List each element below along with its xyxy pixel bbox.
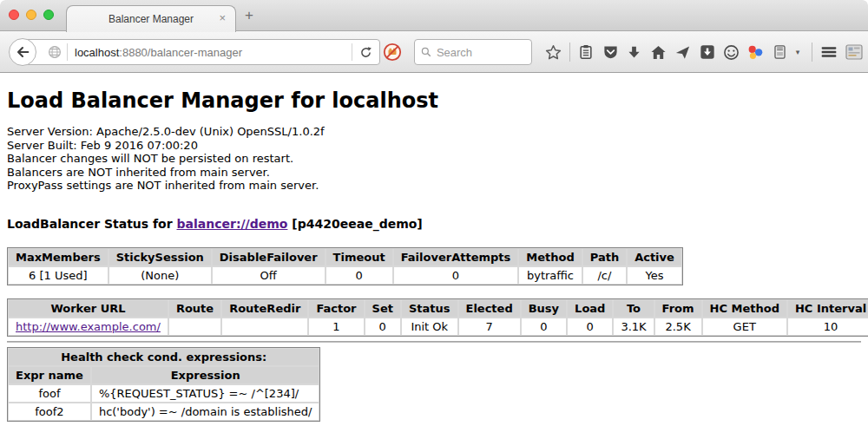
column-header: FailoverAttempts [393, 248, 519, 266]
column-header: Active [627, 248, 682, 266]
health-check-table: Health check cond. expressions: Expr nam… [7, 347, 320, 422]
persist-note-line: Balancer changes will NOT be persisted o… [7, 152, 861, 166]
worker-status-table: Worker URL Route RouteRedir Factor Set S… [7, 298, 868, 337]
search-icon [421, 46, 431, 58]
loadbalancer-status-heading: LoadBalancer Status for balancer://demo … [7, 217, 861, 231]
column-header: Route [168, 299, 221, 318]
tab-close-icon[interactable]: × [219, 12, 226, 23]
column-header: Expr name [8, 366, 91, 384]
tab-strip: Balancer Manager × + [0, 0, 868, 31]
hc-method-cell: GET [702, 318, 787, 336]
window-close-button[interactable] [9, 10, 19, 20]
active-cell: Yes [627, 266, 682, 285]
column-header: Load [567, 299, 613, 318]
column-header: Worker URL [8, 299, 168, 318]
load-cell: 0 [567, 318, 613, 336]
balancer-demo-link[interactable]: balancer://demo [177, 217, 288, 231]
window-controls [9, 10, 54, 20]
health-table-title: Health check cond. expressions: [8, 348, 319, 366]
column-header: Set [365, 299, 401, 318]
colored-dots-extension-icon[interactable] [747, 43, 764, 61]
url-domain: localhost [75, 46, 119, 59]
page-title: Load Balancer Manager for localhost [7, 88, 861, 113]
search-box[interactable] [414, 39, 532, 65]
route-cell [168, 318, 221, 336]
status-cell: Init Ok [401, 318, 458, 336]
column-header: Status [401, 299, 458, 318]
tab-title: Balancer Manager [108, 13, 194, 25]
search-input[interactable] [437, 46, 525, 59]
expression-cell: hc('body') =~ /domain is established/ [91, 403, 320, 421]
window-zoom-button[interactable] [43, 10, 54, 20]
column-header: Elected [458, 299, 521, 318]
column-header: StickySession [108, 248, 212, 266]
worker-url-link[interactable]: http://www.example.com/ [16, 320, 161, 333]
column-header: Expression [91, 366, 320, 384]
table-row: 6 [1 Used] (None) Off 0 0 bytraffic /c/ … [8, 266, 682, 285]
status-heading-prefix: LoadBalancer Status for [7, 217, 177, 231]
column-header: MaxMembers [8, 248, 108, 266]
table-header-row: MaxMembers StickySession DisableFailover… [8, 248, 682, 266]
expr-name-cell: foof2 [8, 403, 91, 421]
save-page-icon[interactable] [699, 43, 715, 61]
reload-button[interactable] [352, 46, 379, 59]
toolbar-separator [569, 43, 570, 62]
horizontal-rule [7, 341, 861, 343]
failoverattempts-cell: 0 [393, 266, 519, 285]
download-icon[interactable] [627, 43, 643, 61]
expression-cell: %{REQUEST_STATUS} =~ /^[234]/ [91, 384, 320, 403]
column-header: Method [518, 248, 582, 266]
column-header: DisableFailover [212, 248, 326, 266]
column-header: From [654, 299, 702, 318]
server-built-line: Server Built: Feb 9 2016 07:00:20 [7, 139, 861, 153]
plugin-blocked-icon[interactable] [383, 43, 402, 62]
url-bar[interactable]: localhost:8880/balancer-manager [21, 39, 380, 65]
column-header: RouteRedir [221, 299, 308, 318]
tab-balancer-manager[interactable]: Balancer Manager × [66, 5, 236, 32]
column-header: Timeout [326, 248, 393, 266]
page-thumbnail-icon[interactable] [845, 43, 863, 61]
disablefailover-cell: Off [212, 266, 326, 285]
navigation-toolbar: localhost:8880/balancer-manager [0, 31, 868, 73]
column-header: Path [582, 248, 627, 266]
reading-list-icon[interactable] [578, 43, 595, 61]
table-title-row: Health check cond. expressions: [8, 348, 319, 366]
table-row: foof %{REQUEST_STATUS} =~ /^[234]/ [8, 384, 319, 403]
stickysession-cell: (None) [108, 266, 212, 285]
expr-name-cell: foof [8, 384, 91, 403]
server-version-line: Server Version: Apache/2.5.0-dev (Unix) … [7, 125, 861, 139]
feedback-smiley-icon[interactable] [723, 43, 740, 61]
column-header: Factor [308, 299, 364, 318]
to-cell: 3.1K [613, 318, 654, 336]
toolbar-icons: ▾ [545, 31, 863, 73]
inherit-note-line: Balancers are NOT inherited from main se… [7, 166, 861, 180]
path-cell: /c/ [582, 266, 627, 285]
bookmark-star-icon[interactable] [545, 43, 562, 61]
urlbar-separator [67, 43, 68, 61]
home-icon[interactable] [650, 43, 667, 61]
busy-cell: 0 [521, 318, 567, 336]
column-header: Busy [521, 299, 567, 318]
elected-cell: 7 [458, 318, 521, 336]
chevron-down-icon[interactable]: ▾ [796, 48, 804, 56]
maxmembers-cell: 6 [1 Used] [8, 266, 108, 285]
set-cell: 0 [365, 318, 401, 336]
site-identity-globe-icon [48, 45, 62, 59]
worker-url-cell: http://www.example.com/ [8, 318, 168, 336]
window-minimize-button[interactable] [26, 10, 36, 20]
back-button[interactable] [9, 38, 36, 66]
reload-icon [359, 46, 372, 59]
url-text[interactable]: localhost:8880/balancer-manager [75, 46, 352, 59]
back-arrow-icon [15, 44, 30, 60]
timeout-cell: 0 [326, 266, 393, 285]
new-tab-button[interactable]: + [245, 7, 253, 24]
method-cell: bytraffic [518, 266, 582, 285]
pocket-icon[interactable] [602, 43, 619, 61]
send-plane-icon[interactable] [674, 43, 691, 61]
toolbar-separator [812, 43, 812, 62]
column-header: HC Interval [787, 299, 868, 318]
hamburger-menu-icon[interactable] [820, 43, 838, 61]
url-path: :8880/balancer-manager [119, 46, 242, 59]
container-extension-icon[interactable] [772, 43, 788, 61]
table-header-row: Expr name Expression [8, 366, 319, 384]
